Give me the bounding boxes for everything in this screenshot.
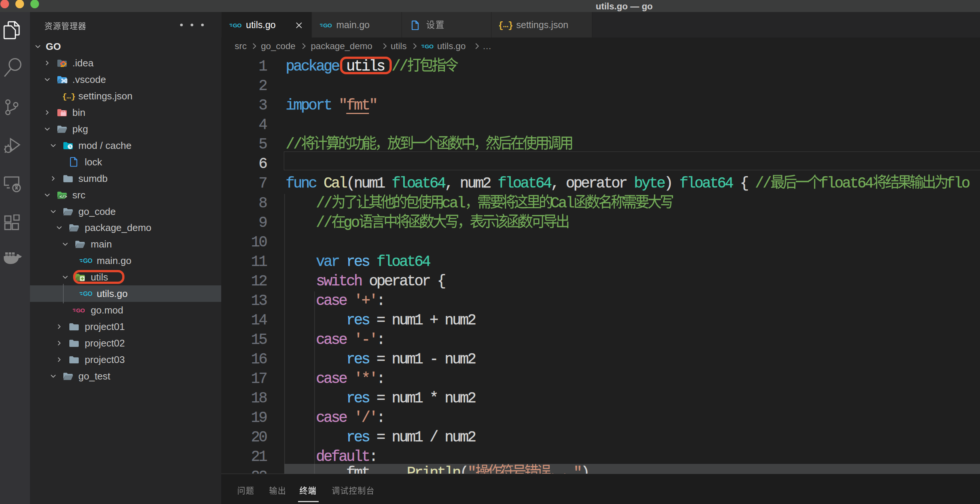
svg-text:{: { — [498, 21, 503, 31]
svg-text:}: } — [71, 93, 76, 101]
svg-text:GO: GO — [425, 43, 433, 49]
svg-text:}: } — [508, 21, 512, 31]
svg-text:GO: GO — [233, 22, 242, 29]
svg-text:GO: GO — [76, 307, 85, 314]
svg-text:{: { — [62, 93, 67, 101]
svg-text:GO: GO — [83, 257, 92, 264]
svg-text:</>: </> — [60, 195, 67, 199]
svg-text:GO: GO — [323, 22, 332, 29]
svg-text:GO: GO — [83, 290, 92, 297]
